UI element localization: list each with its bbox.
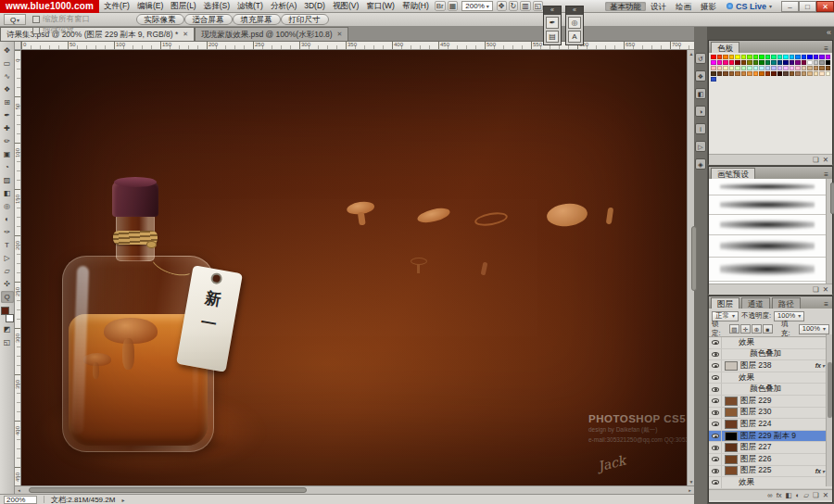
menu-item-6[interactable]: 3D(D) [300, 1, 329, 10]
color-swatch[interactable] [795, 71, 801, 76]
move-tool[interactable]: ✥ [1, 44, 14, 57]
option-button-3[interactable]: 打印尺寸 [281, 14, 329, 25]
navigator-panel-icon[interactable]: ◈ [695, 158, 706, 170]
color-swatch[interactable] [723, 66, 728, 70]
layer-visibility-toggle[interactable] [709, 337, 722, 348]
color-swatch[interactable] [777, 71, 783, 76]
menu-item-8[interactable]: 窗口(W) [362, 1, 398, 10]
layer-thumbnail[interactable] [725, 397, 738, 406]
layer-thumbnail[interactable] [725, 432, 738, 441]
document-tab-1[interactable]: 现境蒙版效果.psd @ 100%(水彩10.8)✕ [195, 27, 348, 41]
marquee-tool[interactable]: ▭ [1, 57, 14, 69]
color-swatch[interactable] [723, 71, 728, 76]
brush-preset[interactable] [709, 235, 832, 258]
tab-layers[interactable]: 图层 [711, 297, 739, 309]
color-swatch[interactable] [790, 71, 795, 76]
add-layer-mask-icon[interactable]: ◧ [786, 491, 792, 500]
eyedropper-panel-icon[interactable]: ✒ [546, 17, 559, 29]
maximize-button[interactable]: □ [799, 1, 816, 12]
color-swatch[interactable] [795, 60, 801, 65]
link-layers-icon[interactable]: ∞ [767, 491, 772, 500]
menu-item-7[interactable]: 视图(V) [329, 1, 362, 10]
layer-thumbnail[interactable] [725, 455, 738, 464]
lock-position-icon[interactable]: ⊕ [752, 324, 762, 334]
option-button-2[interactable]: 填充屏幕 [233, 14, 281, 25]
menu-item-5[interactable]: 分析(A) [267, 1, 300, 10]
layer-row[interactable]: 图层 238fx▾ [709, 360, 832, 372]
color-swatch[interactable] [741, 66, 747, 70]
zoom-level-box[interactable]: 200%▾ [461, 1, 492, 11]
color-swatch[interactable] [771, 66, 777, 70]
collapse-panels-icon[interactable]: « [566, 6, 583, 15]
eyedropper-tool[interactable]: ✒ [1, 109, 14, 121]
adjustments-panel-icon[interactable]: ◧ [695, 88, 706, 99]
color-swatch[interactable] [826, 60, 831, 65]
layer-visibility-toggle[interactable] [709, 442, 722, 453]
color-swatch[interactable] [771, 71, 777, 76]
measurement-panel-icon[interactable]: ▤ [546, 31, 559, 43]
quick-mask-icon[interactable]: ◩ [1, 323, 14, 335]
color-swatch[interactable] [753, 66, 759, 70]
color-swatch[interactable] [790, 60, 795, 65]
color-swatch[interactable] [729, 55, 735, 59]
tab-swatches[interactable]: 色板 [711, 42, 739, 53]
workspace-0[interactable]: 基本功能 [605, 2, 646, 11]
layer-row[interactable]: 图层 229 [709, 396, 832, 408]
layer-fx-badge[interactable]: fx▾ [815, 362, 825, 369]
close-button[interactable]: ✕ [816, 1, 834, 12]
color-swatch[interactable] [795, 55, 801, 59]
color-swatch[interactable] [729, 66, 735, 70]
type-tool[interactable]: T [1, 239, 14, 251]
color-swatch[interactable] [723, 55, 728, 59]
color-swatch[interactable] [819, 60, 825, 65]
color-swatch[interactable] [795, 66, 801, 70]
color-swatch[interactable] [711, 66, 716, 70]
color-swatch[interactable] [819, 66, 825, 70]
lock-pixels-icon[interactable]: ✛ [740, 324, 751, 334]
color-swatch[interactable] [807, 55, 813, 59]
color-swatch[interactable] [759, 60, 764, 65]
quick-selection-tool[interactable]: ❖ [1, 83, 14, 95]
color-swatch[interactable] [735, 55, 740, 59]
option-checkbox-2[interactable]: 细微缩放 [32, 25, 130, 36]
color-swatch[interactable] [729, 60, 735, 65]
color-swatch[interactable] [747, 66, 752, 70]
color-swatch[interactable] [759, 55, 764, 59]
hand-icon[interactable]: ✥ [497, 1, 507, 11]
color-swatch[interactable] [765, 66, 771, 70]
layer-visibility-toggle[interactable] [709, 431, 722, 442]
brush-preset[interactable] [709, 179, 832, 195]
lock-all-icon[interactable]: ■ [763, 324, 773, 334]
color-swatch[interactable] [807, 60, 813, 65]
collapse-panels-icon[interactable]: « [827, 29, 831, 37]
layer-visibility-toggle[interactable] [709, 466, 722, 477]
character-panel-icon[interactable]: A [568, 31, 581, 43]
bridge-icon[interactable]: Br [435, 1, 446, 11]
color-swatch[interactable] [717, 60, 723, 65]
screen-mode-icon[interactable]: ◱ [1, 336, 14, 348]
document-canvas[interactable]: 新 一 PHOTOSHOP CS5 design by Daikefan (戴一… [21, 50, 687, 485]
background-color-chip[interactable] [6, 314, 14, 322]
color-swatch[interactable] [783, 60, 789, 65]
layer-thumbnail[interactable] [725, 420, 738, 429]
masks-panel-icon[interactable]: ◑ [695, 106, 706, 117]
horizontal-scrollbar[interactable]: ◂ ▸ [15, 485, 694, 494]
crop-tool[interactable]: ⊞ [1, 96, 14, 108]
effect-item-row[interactable]: 颜色叠加 [709, 384, 832, 396]
layer-visibility-toggle[interactable] [709, 349, 722, 360]
new-layer-icon[interactable]: ❏ [813, 491, 819, 500]
color-swatch[interactable] [747, 55, 752, 59]
color-swatch[interactable] [802, 71, 807, 76]
menu-item-0[interactable]: 文件(F) [100, 1, 133, 10]
color-swatch[interactable] [735, 60, 740, 65]
screen-mode-icon[interactable]: ◱ [533, 1, 544, 11]
color-swatch[interactable] [711, 77, 716, 82]
vertical-scroll-thumb[interactable] [691, 226, 697, 291]
color-swatch[interactable] [753, 71, 759, 76]
color-swatch[interactable] [741, 71, 747, 76]
history-brush-tool[interactable]: ◔ [1, 161, 14, 173]
new-swatch-icon[interactable]: ❏ [813, 156, 819, 165]
history-panel-icon[interactable]: ↺ [695, 53, 706, 64]
color-swatch[interactable] [777, 55, 783, 59]
workspace-2[interactable]: 绘画 [671, 2, 696, 11]
